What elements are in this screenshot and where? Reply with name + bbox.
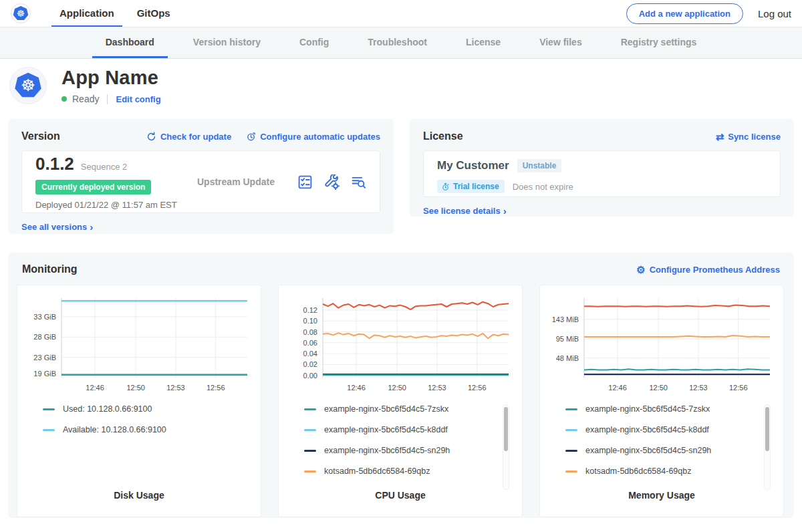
version-card: Version Check for update Configure autom… bbox=[8, 119, 394, 234]
license-expiry: Does not expire bbox=[513, 182, 573, 192]
svg-text:0.04: 0.04 bbox=[303, 350, 317, 358]
configure-automatic-updates-label: Configure automatic updates bbox=[260, 132, 380, 142]
cpu-usage-legend: example-nginx-5bc6f5d4c5-7zskxexample-ng… bbox=[304, 404, 522, 487]
divider bbox=[107, 94, 108, 104]
deployed-status-badge: Currently deployed version bbox=[35, 180, 151, 194]
sync-license-link[interactable]: ⇄ Sync license bbox=[716, 132, 781, 142]
svg-text:0.12: 0.12 bbox=[303, 306, 317, 314]
app-logo[interactable]: ☸ bbox=[11, 0, 31, 27]
k8s-wheel-glyph: ☸ bbox=[21, 78, 35, 94]
legend-swatch bbox=[565, 429, 577, 431]
svg-text:12:50: 12:50 bbox=[649, 384, 668, 392]
license-type-badge: Trial license bbox=[437, 180, 505, 193]
logout-button[interactable]: Log out bbox=[758, 8, 791, 19]
page-title: App Name bbox=[61, 67, 161, 89]
tab-troubleshoot[interactable]: Troubleshoot bbox=[354, 27, 440, 58]
cpu-usage-chart: 0.120.100.080.060.040.020.0012:4612:5012… bbox=[287, 293, 514, 398]
configure-prometheus-link[interactable]: ⚙ Configure Prometheus Address bbox=[636, 265, 780, 275]
channel-badge: Unstable bbox=[517, 159, 562, 172]
see-license-details-link[interactable]: See license details › bbox=[423, 206, 507, 216]
check-for-update-link[interactable]: Check for update bbox=[146, 132, 231, 142]
cpu-usage-title: CPU Usage bbox=[279, 490, 522, 517]
deployed-timestamp: Deployed 01/21/22 @ 11:57 am EST bbox=[35, 200, 189, 210]
legend-swatch bbox=[304, 450, 316, 452]
legend-swatch bbox=[304, 429, 316, 431]
chevron-right-icon: › bbox=[503, 206, 507, 216]
topnav-tab-application[interactable]: Application bbox=[51, 0, 122, 27]
legend-label: example-nginx-5bc6f5d4c5-k8ddf bbox=[585, 425, 709, 434]
legend-swatch bbox=[304, 408, 316, 410]
gear-icon: ⚙ bbox=[636, 265, 645, 275]
tab-license[interactable]: License bbox=[452, 27, 514, 58]
svg-text:0.06: 0.06 bbox=[303, 339, 317, 347]
configure-prometheus-label: Configure Prometheus Address bbox=[650, 265, 780, 275]
legend-item: Available: 10.128.0.66:9100 bbox=[43, 425, 261, 434]
memory-usage-chart-card: 143 MiB95 MiB48 MiB12:4612:5012:5312:56 … bbox=[539, 285, 784, 517]
see-license-details-label: See license details bbox=[423, 206, 501, 216]
svg-text:12:56: 12:56 bbox=[729, 384, 748, 392]
customer-name: My Customer bbox=[437, 159, 509, 172]
scrollbar-thumb[interactable] bbox=[765, 407, 769, 451]
legend-item: example-nginx-5bc6f5d4c5-k8ddf bbox=[304, 425, 522, 434]
svg-text:12:53: 12:53 bbox=[689, 384, 708, 392]
legend-swatch bbox=[43, 408, 55, 410]
chevron-right-icon: › bbox=[90, 222, 93, 232]
see-all-versions-link[interactable]: See all versions › bbox=[21, 222, 93, 232]
legend-label: Used: 10.128.0.66:9100 bbox=[63, 404, 152, 414]
configure-automatic-updates-link[interactable]: Configure automatic updates bbox=[246, 132, 380, 142]
edit-config-link[interactable]: Edit config bbox=[116, 94, 160, 104]
see-all-versions-label: See all versions bbox=[21, 222, 87, 232]
stopwatch-icon bbox=[441, 182, 450, 191]
app-header: ☸ App Name Ready Edit config bbox=[0, 59, 802, 112]
svg-text:12:56: 12:56 bbox=[468, 384, 487, 392]
tab-version-history[interactable]: Version history bbox=[180, 27, 274, 58]
add-new-application-button[interactable]: Add a new application bbox=[626, 3, 743, 24]
legend-label: example-nginx-5bc6f5d4c5-7zskx bbox=[585, 404, 710, 414]
kubernetes-logo-icon: ☸ bbox=[11, 3, 31, 23]
k8s-wheel-glyph: ☸ bbox=[17, 9, 25, 18]
license-card-title: License bbox=[423, 130, 463, 142]
deploy-logs-icon[interactable] bbox=[351, 174, 366, 190]
legend-label: example-nginx-5bc6f5d4c5-k8ddf bbox=[324, 425, 448, 434]
monitoring-section: Monitoring ⚙ Configure Prometheus Addres… bbox=[8, 253, 794, 518]
tab-view-files[interactable]: View files bbox=[526, 27, 595, 58]
legend-swatch bbox=[565, 450, 577, 452]
memory-usage-chart: 143 MiB95 MiB48 MiB12:4612:5012:5312:56 bbox=[548, 293, 775, 398]
legend-item: example-nginx-5bc6f5d4c5-k8ddf bbox=[565, 425, 783, 434]
status-dot bbox=[61, 96, 67, 102]
legend-swatch bbox=[304, 471, 316, 473]
legend-scrollbar[interactable] bbox=[764, 404, 771, 490]
svg-text:0.02: 0.02 bbox=[303, 360, 317, 368]
legend-label: example-nginx-5bc6f5d4c5-sn29h bbox=[585, 446, 711, 455]
disk-usage-chart-card: 33 GiB28 GiB23 GiB19 GiB12:4612:5012:531… bbox=[17, 285, 261, 517]
preflight-checks-icon[interactable] bbox=[297, 174, 313, 190]
svg-text:12:50: 12:50 bbox=[388, 384, 406, 392]
legend-item: example-nginx-5bc6f5d4c5-7zskx bbox=[565, 404, 783, 414]
legend-swatch bbox=[565, 408, 577, 410]
sync-icon: ⇄ bbox=[716, 132, 724, 142]
schedule-icon bbox=[246, 132, 256, 142]
topnav-tab-gitops[interactable]: GitOps bbox=[129, 0, 178, 27]
svg-text:143 MiB: 143 MiB bbox=[552, 315, 579, 323]
tab-registry-settings[interactable]: Registry settings bbox=[608, 27, 710, 58]
svg-text:12:46: 12:46 bbox=[86, 384, 104, 392]
tab-config[interactable]: Config bbox=[286, 27, 342, 58]
legend-scrollbar[interactable] bbox=[503, 404, 509, 490]
svg-text:12:46: 12:46 bbox=[347, 384, 366, 392]
memory-usage-title: Memory Usage bbox=[540, 490, 783, 517]
version-source-label: Upstream Update bbox=[197, 176, 275, 187]
disk-usage-chart: 33 GiB28 GiB23 GiB19 GiB12:4612:5012:531… bbox=[25, 293, 253, 398]
sync-license-label: Sync license bbox=[728, 132, 781, 142]
legend-item: kotsadm-5db6dc6584-69qbz bbox=[565, 467, 783, 476]
legend-label: kotsadm-5db6dc6584-69qbz bbox=[585, 467, 691, 476]
license-card: License ⇄ Sync license My Customer Unsta… bbox=[410, 119, 794, 217]
tab-dashboard[interactable]: Dashboard bbox=[92, 27, 168, 58]
svg-text:23 GiB: 23 GiB bbox=[33, 354, 56, 362]
scrollbar-thumb[interactable] bbox=[504, 407, 508, 451]
legend-swatch bbox=[565, 471, 577, 473]
current-version-row: 0.1.2 Sequence 2 Currently deployed vers… bbox=[21, 150, 380, 213]
legend-label: kotsadm-5db6dc6584-69qbz bbox=[324, 467, 430, 476]
app-avatar: ☸ bbox=[9, 67, 47, 104]
edit-config-icon[interactable] bbox=[324, 174, 340, 190]
legend-item: kotsadm-5db6dc6584-69qbz bbox=[304, 467, 522, 476]
